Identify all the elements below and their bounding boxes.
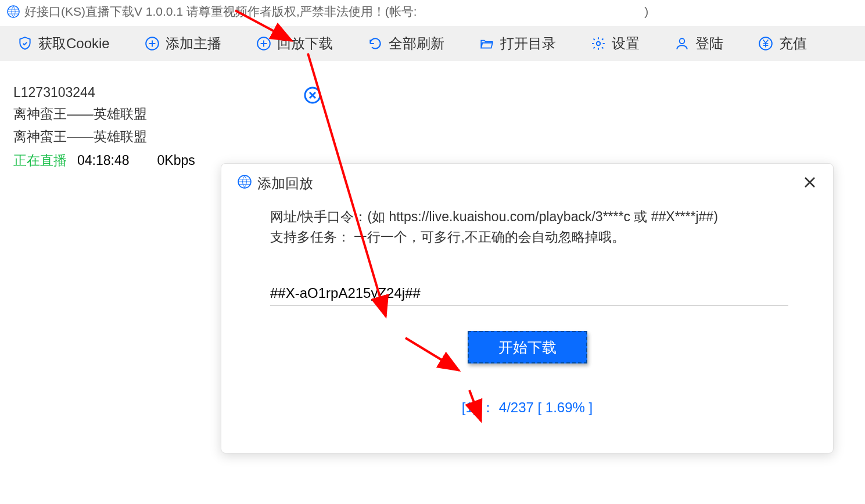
refresh-all-button[interactable]: 全部刷新: [368, 34, 444, 53]
dialog-logo-icon: [238, 175, 252, 192]
plus-circle-icon: [145, 36, 160, 51]
svg-point-3: [596, 42, 600, 46]
svg-point-4: [679, 38, 684, 44]
playback-url-input[interactable]: [270, 282, 788, 305]
stream-subtitle: 离神蛮王——英雄联盟: [13, 128, 321, 146]
refresh-icon: [368, 36, 383, 51]
start-download-button[interactable]: 开始下载: [468, 331, 587, 363]
open-dir-button[interactable]: 打开目录: [479, 34, 556, 53]
stream-title: 离神蛮王——英雄联盟: [13, 105, 321, 123]
yen-circle-icon: [758, 36, 773, 51]
elapsed-time: 04:18:48: [77, 153, 130, 168]
playback-download-button[interactable]: 回放下载: [256, 34, 333, 53]
recharge-button[interactable]: 充值: [758, 34, 807, 53]
toolbar-label: 登陆: [695, 34, 723, 53]
login-button[interactable]: 登陆: [674, 34, 723, 53]
add-host-button[interactable]: 添加主播: [145, 34, 221, 53]
download-progress: [1] ： 4/237 [ 1.69% ]: [238, 398, 817, 417]
add-playback-dialog: 添加回放 网址/快手口令：(如 https://live.kuaishou.co…: [221, 163, 834, 453]
close-circle-icon: [303, 86, 322, 105]
stream-id: L1273103244: [13, 85, 321, 100]
speed-value: 0Kbps: [157, 153, 195, 168]
plus-circle-icon: [256, 36, 271, 51]
toolbar-label: 打开目录: [500, 34, 556, 53]
settings-button[interactable]: 设置: [591, 34, 640, 53]
stream-card[interactable]: L1273103244 离神蛮王——英雄联盟 离神蛮王——英雄联盟 正在直播 0…: [6, 73, 328, 177]
toolbar-label: 充值: [779, 34, 807, 53]
user-icon: [674, 36, 690, 51]
dialog-title: 添加回放: [257, 174, 313, 193]
dialog-header: 添加回放: [238, 174, 817, 193]
toolbar-label: 全部刷新: [389, 34, 444, 53]
toolbar-label: 回放下载: [277, 34, 333, 53]
toolbar-label: 设置: [612, 34, 640, 53]
shield-icon: [17, 36, 33, 51]
app-logo-icon: [7, 5, 20, 18]
gear-icon: [591, 36, 606, 51]
toolbar: 获取Cookie 添加主播 回放下载 全部刷新 打开目录 设置 登陆 充值: [0, 23, 865, 61]
window-titlebar: 好接口(KS)直播下载V 1.0.0.1 请尊重视频作者版权,严禁非法使用！(帐…: [0, 0, 865, 23]
status-badge: 正在直播: [13, 152, 67, 170]
dialog-close-button[interactable]: [803, 175, 817, 192]
folder-open-icon: [479, 36, 494, 51]
toolbar-label: 添加主播: [166, 34, 221, 53]
window-title: 好接口(KS)直播下载V 1.0.0.1 请尊重视频作者版权,严禁非法使用！(帐…: [24, 3, 648, 20]
card-close-button[interactable]: [303, 86, 322, 107]
toolbar-label: 获取Cookie: [38, 34, 110, 53]
dialog-hint: 网址/快手口令：(如 https://live.kuaishou.com/pla…: [270, 207, 817, 247]
get-cookie-button[interactable]: 获取Cookie: [17, 34, 110, 53]
close-icon: [803, 175, 817, 189]
